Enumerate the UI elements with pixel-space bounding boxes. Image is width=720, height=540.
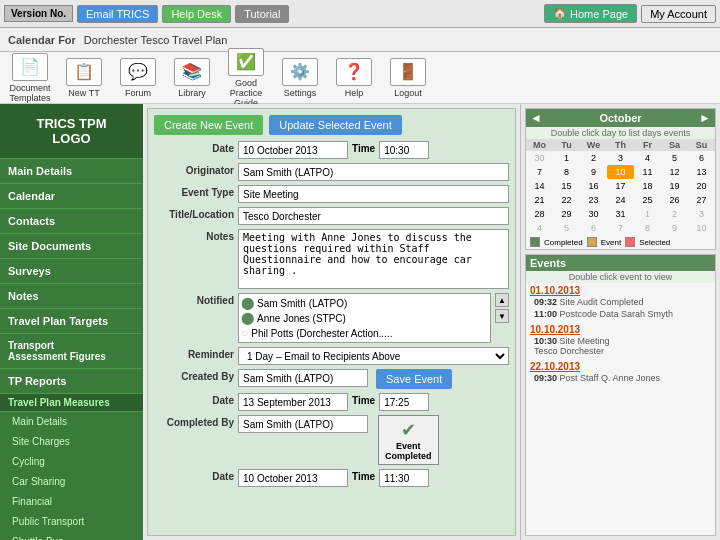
cal-day-1[interactable]: 1 [553, 151, 580, 165]
cal-day-28[interactable]: 28 [526, 207, 553, 221]
cal-day-5[interactable]: 5 [661, 151, 688, 165]
completed-by-input[interactable] [238, 415, 368, 433]
cal-day-14[interactable]: 14 [526, 179, 553, 193]
reminder-select[interactable]: 1 Day – Email to Recipients Above [238, 347, 509, 365]
cal-day-13[interactable]: 13 [688, 165, 715, 179]
cal-day-2-next[interactable]: 2 [661, 207, 688, 221]
cal-day-5-next[interactable]: 5 [553, 221, 580, 235]
sidebar-sub-main-details[interactable]: Main Details [0, 412, 143, 432]
date3-input[interactable] [238, 469, 348, 487]
cal-header-th: Th [607, 139, 634, 151]
doc-templates-icon-item[interactable]: 📄 DocumentTemplates [8, 53, 52, 103]
cal-day-22[interactable]: 22 [553, 193, 580, 207]
cal-day-24[interactable]: 24 [607, 193, 634, 207]
sidebar-item-tp-reports[interactable]: TP Reports [0, 369, 143, 394]
tutorial-button[interactable]: Tutorial [235, 5, 289, 23]
event-entry-3-1[interactable]: 09:30 Post Staff Q. Anne Jones [530, 372, 711, 384]
sidebar-item-main-details[interactable]: Main Details [0, 159, 143, 184]
cal-day-9-next[interactable]: 9 [661, 221, 688, 235]
title-location-input[interactable] [238, 207, 509, 225]
cal-day-21[interactable]: 21 [526, 193, 553, 207]
event-date-3[interactable]: 22.10.2013 [530, 361, 711, 372]
library-icon-item[interactable]: 📚 Library [170, 58, 214, 98]
event-entry-2-1[interactable]: 10:30 Site MeetingTesco Dorchester [530, 335, 711, 357]
settings-icon-item[interactable]: ⚙️ Settings [278, 58, 322, 98]
event-date-2[interactable]: 10.10.2013 [530, 324, 711, 335]
scroll-down-button[interactable]: ▼ [495, 309, 509, 323]
cal-day-6-next[interactable]: 6 [580, 221, 607, 235]
save-event-button[interactable]: Save Event [376, 369, 452, 389]
cal-day-8[interactable]: 8 [553, 165, 580, 179]
event-date-1[interactable]: 01.10.2013 [530, 285, 711, 296]
scroll-up-button[interactable]: ▲ [495, 293, 509, 307]
created-by-input[interactable] [238, 369, 368, 387]
cal-day-3[interactable]: 3 [607, 151, 634, 165]
sidebar-item-calendar[interactable]: Calendar [0, 184, 143, 209]
sidebar-sub-shuttle-bus[interactable]: Shuttle Bus [0, 532, 143, 540]
time2-input[interactable] [379, 393, 429, 411]
originator-input[interactable] [238, 163, 509, 181]
account-button[interactable]: My Account [641, 5, 716, 23]
sidebar-item-notes[interactable]: Notes [0, 284, 143, 309]
help-icon-item[interactable]: ❓ Help [332, 58, 376, 98]
sidebar-item-surveys[interactable]: Surveys [0, 259, 143, 284]
sidebar-sub-car-sharing[interactable]: Car Sharing [0, 472, 143, 492]
new-tt-icon-item[interactable]: 📋 New TT [62, 58, 106, 98]
time-input[interactable] [379, 141, 429, 159]
cal-day-25[interactable]: 25 [634, 193, 661, 207]
cal-day-30[interactable]: 30 [580, 207, 607, 221]
cal-day-30-prev[interactable]: 30 [526, 151, 553, 165]
sidebar-item-contacts[interactable]: Contacts [0, 209, 143, 234]
create-new-event-button[interactable]: Create New Event [154, 115, 263, 135]
calendar-next-button[interactable]: ► [699, 111, 711, 125]
homepage-button[interactable]: 🏠 Home Page [544, 4, 637, 23]
date-input[interactable] [238, 141, 348, 159]
sidebar-sub-public-transport[interactable]: Public Transport [0, 512, 143, 532]
radio-3-icon: ○ [241, 326, 248, 340]
cal-day-7[interactable]: 7 [526, 165, 553, 179]
calendar-prev-button[interactable]: ◄ [530, 111, 542, 125]
sidebar-item-transport-assessment[interactable]: TransportAssessment Figures [0, 334, 143, 369]
cal-day-31[interactable]: 31 [607, 207, 634, 221]
cal-day-10[interactable]: 10 [607, 165, 634, 179]
sidebar-sub-site-charges[interactable]: Site Charges [0, 432, 143, 452]
cal-day-18[interactable]: 18 [634, 179, 661, 193]
cal-day-23[interactable]: 23 [580, 193, 607, 207]
cal-day-11[interactable]: 11 [634, 165, 661, 179]
cal-day-8-next[interactable]: 8 [634, 221, 661, 235]
help-desk-button[interactable]: Help Desk [162, 5, 231, 23]
sidebar-sub-cycling[interactable]: Cycling [0, 452, 143, 472]
cal-day-12[interactable]: 12 [661, 165, 688, 179]
cal-day-3-next[interactable]: 3 [688, 207, 715, 221]
event-entry-1-2[interactable]: 11:00 Postcode Data Sarah Smyth [530, 308, 711, 320]
email-trics-button[interactable]: Email TRICS [77, 5, 158, 23]
cal-day-10-next[interactable]: 10 [688, 221, 715, 235]
notes-textarea[interactable]: Meeting with Anne Jones to discuss the q… [238, 229, 509, 289]
cal-day-2[interactable]: 2 [580, 151, 607, 165]
logout-icon-item[interactable]: 🚪 Logout [386, 58, 430, 98]
time3-input[interactable] [379, 469, 429, 487]
cal-day-16[interactable]: 16 [580, 179, 607, 193]
cal-day-9[interactable]: 9 [580, 165, 607, 179]
cal-day-26[interactable]: 26 [661, 193, 688, 207]
sidebar-item-travel-plan-targets[interactable]: Travel Plan Targets [0, 309, 143, 334]
sidebar-item-site-documents[interactable]: Site Documents [0, 234, 143, 259]
date2-input[interactable] [238, 393, 348, 411]
good-practice-icon-item[interactable]: ✅ GoodPracticeGuide [224, 48, 268, 108]
cal-day-4[interactable]: 4 [634, 151, 661, 165]
event-entry-1-1[interactable]: 09:32 Site Audit Completed [530, 296, 711, 308]
cal-day-15[interactable]: 15 [553, 179, 580, 193]
cal-day-4-next[interactable]: 4 [526, 221, 553, 235]
cal-day-6[interactable]: 6 [688, 151, 715, 165]
forum-icon-item[interactable]: 💬 Forum [116, 58, 160, 98]
cal-day-27[interactable]: 27 [688, 193, 715, 207]
cal-day-29[interactable]: 29 [553, 207, 580, 221]
cal-day-7-next[interactable]: 7 [607, 221, 634, 235]
cal-day-19[interactable]: 19 [661, 179, 688, 193]
event-type-input[interactable] [238, 185, 509, 203]
cal-day-17[interactable]: 17 [607, 179, 634, 193]
update-selected-event-button[interactable]: Update Selected Event [269, 115, 402, 135]
sidebar-sub-financial[interactable]: Financial [0, 492, 143, 512]
cal-day-20[interactable]: 20 [688, 179, 715, 193]
cal-day-1-next[interactable]: 1 [634, 207, 661, 221]
